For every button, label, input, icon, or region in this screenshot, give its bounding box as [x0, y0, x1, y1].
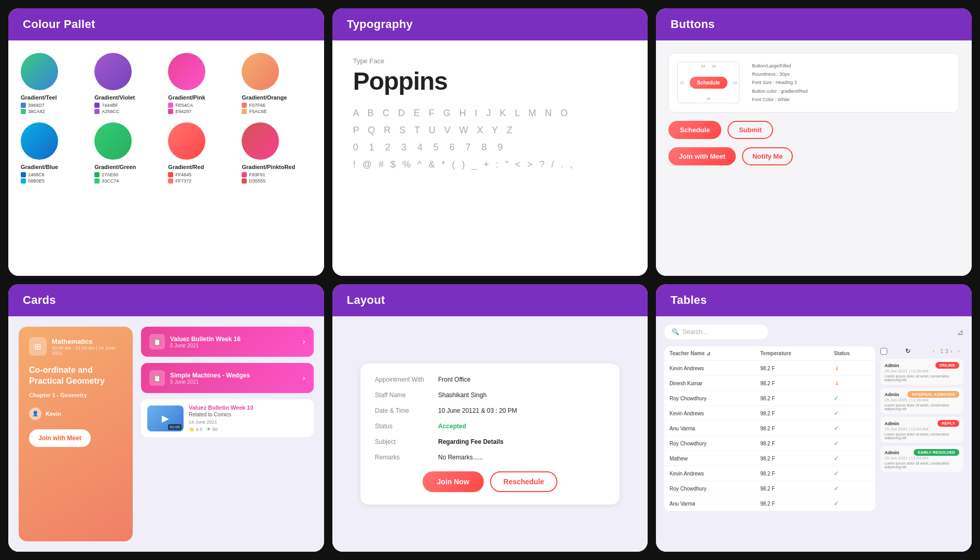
side-text: Lorem ipsum dolor sit amet, consectetur …	[885, 432, 959, 440]
col-status: Status	[829, 346, 875, 361]
list-title-1: Valuez Bulletin Week 16	[170, 335, 297, 343]
side-panel-item: Admin INTERNAL ASSIGNEE 25 Jun 2021 | 11…	[880, 388, 963, 414]
colour-pink: Gradient/Pink FE54CA E94297	[168, 53, 237, 114]
join-with-meet-button[interactable]: Join with Meet	[668, 147, 736, 165]
refresh-icon[interactable]: ↻	[905, 347, 911, 355]
reschedule-button[interactable]: Reschedule	[490, 471, 558, 492]
cell-status: ✓	[829, 451, 875, 466]
buttons-panel: Buttons 24 24 12 12 24 Schedule Button/L…	[656, 8, 972, 276]
table-row: Roy Chowdhury 98.2 F ✓	[664, 436, 875, 451]
data-table: Teacher Name ⊿ Temperature Status Kevin …	[664, 346, 875, 511]
list-info-2: Simple Machines - Wedges 5 June 2021	[170, 372, 297, 385]
side-badge: INTERNAL ASSIGNEE	[907, 391, 959, 398]
side-badge: REPLY	[937, 420, 959, 427]
cell-status: ✓	[829, 466, 875, 481]
table-wrapper: Teacher Name ⊿ Temperature Status Kevin …	[664, 346, 875, 511]
filter-icon[interactable]: ⊿	[957, 327, 963, 337]
button-row-1: Schedule Submit	[668, 121, 959, 139]
colour-violet: Gradient/Violet 7444BF A258CC	[94, 53, 164, 114]
chapter-title: Co-ordinate and Practical Geometry	[29, 365, 122, 387]
list-date-2: 5 June 2021	[170, 379, 297, 385]
side-items: Admin ONLINE 25 Jun 2021 | 11:06 AM Lore…	[880, 359, 963, 472]
side-date: 25 Jun 2021 | 11:06 AM	[885, 398, 959, 402]
submit-button[interactable]: Submit	[727, 121, 773, 139]
table-row: Kevin Andrews 98.2 F ✓	[664, 406, 875, 421]
colour-circle-teal	[21, 53, 58, 90]
typography-header: Typography	[332, 8, 648, 40]
side-panel: ↻ ‹ 1 3 › › Admin ONLINE 25 Jun 2021 | 1…	[880, 346, 963, 511]
table-row: Kevin Andrews 98.2 F 🌡	[664, 361, 875, 376]
list-card-1[interactable]: 📋 Valuez Bulletin Week 16 5 June 2021 ›	[141, 327, 314, 357]
col-temperature: Temperature	[755, 346, 829, 361]
layout-panel: Layout Appointment With Front Office Sta…	[332, 284, 648, 552]
colour-label-blue: Gradient/Blue	[21, 164, 58, 170]
col-teacher: Teacher Name ⊿	[664, 346, 755, 361]
appointment-actions: Join Now Reschedule	[375, 471, 605, 492]
list-arrow-2: ›	[302, 373, 305, 383]
side-panel-item: Admin ONLINE 25 Jun 2021 | 11:06 AM Lore…	[880, 359, 963, 385]
button-mock[interactable]: Schedule	[690, 77, 727, 89]
colour-circle-red	[168, 122, 205, 160]
cell-status: 🌡	[829, 376, 875, 391]
list-card-2[interactable]: 📋 Simple Machines - Wedges 5 June 2021 ›	[141, 363, 314, 393]
card-right-column: 📋 Valuez Bulletin Week 16 5 June 2021 › …	[141, 327, 314, 541]
colour-circle-blue	[21, 122, 58, 160]
tables-header: Tables	[656, 284, 972, 316]
cell-name: Anu Varma	[664, 496, 755, 511]
appt-value-6: No Remarks......	[438, 454, 483, 461]
cell-status: ✓	[829, 436, 875, 451]
cell-temp: 98.2 F	[755, 376, 829, 391]
colour-circle-violet	[94, 53, 132, 90]
cell-status: ✓	[829, 421, 875, 436]
views-icon: 👁 50	[206, 427, 218, 432]
table-row: Dinesh Kumar 98.2 F 🌡	[664, 376, 875, 391]
join-now-button[interactable]: Join Now	[423, 471, 484, 492]
appt-label-4: Status	[375, 423, 432, 430]
button-spec-info: Button/Large/Filled Roundness : 30px Fon…	[752, 62, 807, 104]
list-arrow-1: ›	[302, 337, 305, 346]
list-info-1: Valuez Bulletin Week 16 5 June 2021	[170, 335, 297, 348]
prev-page[interactable]: ‹	[929, 346, 939, 356]
select-all-checkbox[interactable]	[880, 348, 887, 355]
colour-pallet-panel: Colour Pallet Gradient/Teel 3984D7 38CA8…	[8, 8, 324, 276]
notify-me-button[interactable]: Notify Me	[742, 147, 793, 165]
search-bar[interactable]: 🔍 Search...	[664, 325, 768, 339]
card-join-meet-button[interactable]: Join with Meet	[29, 429, 91, 447]
side-date: 25 Jun 2021 | 11:04 AM	[885, 456, 959, 460]
appt-value-2: Shashikant Singh	[438, 391, 486, 399]
pagination: ‹ 1 3 › ›	[929, 346, 963, 356]
side-badge: EARLY RESOLVED	[914, 449, 959, 456]
appt-row-2: Staff Name Shashikant Singh	[375, 391, 605, 399]
side-date: 25 Jun 2021 | 11:06 AM	[885, 369, 959, 373]
next-page[interactable]: ›	[954, 346, 963, 356]
appt-label-5: Subject	[375, 438, 432, 445]
appt-row-1: Appointment With Front Office	[375, 376, 605, 383]
cell-temp: 98.2 F	[755, 451, 829, 466]
table-row: Anu Varma 98.2 F ✓	[664, 496, 875, 511]
cell-temp: 98.2 F	[755, 421, 829, 436]
class-time: 10.00 am - 11.00 am | 24 June 2021	[52, 345, 122, 356]
colour-circle-pinkred	[242, 122, 279, 160]
button-mock-container: 24 24 12 12 24 Schedule	[677, 62, 739, 103]
side-date: 25 Jun 2021 | 11:04 AM	[885, 427, 959, 431]
tables-content: Teacher Name ⊿ Temperature Status Kevin …	[664, 346, 963, 511]
video-thumbnail: ▶ 01:00	[147, 405, 184, 431]
colour-label-teal: Gradient/Teel	[21, 94, 57, 101]
table-row: Kevin Andrews 98.2 F ✓	[664, 466, 875, 481]
video-date: 14 June 2021	[189, 419, 307, 425]
schedule-button[interactable]: Schedule	[668, 121, 721, 139]
video-info: Valuez Bulletin Week 10 Related to Comic…	[189, 404, 307, 432]
type-alphabet-lower: P Q R S T U V W X Y Z	[353, 125, 627, 136]
colour-pallet-header: Colour Pallet	[8, 8, 324, 40]
cell-temp: 98.2 F	[755, 466, 829, 481]
type-alphabet-upper: A B C D E F G H I J K L M N O	[353, 108, 627, 119]
cell-name: Kevin Andrews	[664, 406, 755, 421]
button-spec-box: 24 24 12 12 24 Schedule Button/Large/Fil…	[668, 53, 959, 113]
colour-red: Gradient/Red FF4645 FF7372	[168, 122, 237, 184]
colour-blue: Gradient/Blue 1468C8 08B0E5	[21, 122, 90, 184]
colour-orange: Gradient/Orange F07F66 F5AC6E	[242, 53, 311, 114]
type-special: ! @ # $ % ^ & * ( ) _ + : " < > ? / . ,	[353, 159, 627, 170]
list-icon-2: 📋	[149, 370, 165, 386]
table-row: Mathew 98.2 F ✓	[664, 451, 875, 466]
side-panel-item: Admin EARLY RESOLVED 25 Jun 2021 | 11:04…	[880, 446, 963, 472]
